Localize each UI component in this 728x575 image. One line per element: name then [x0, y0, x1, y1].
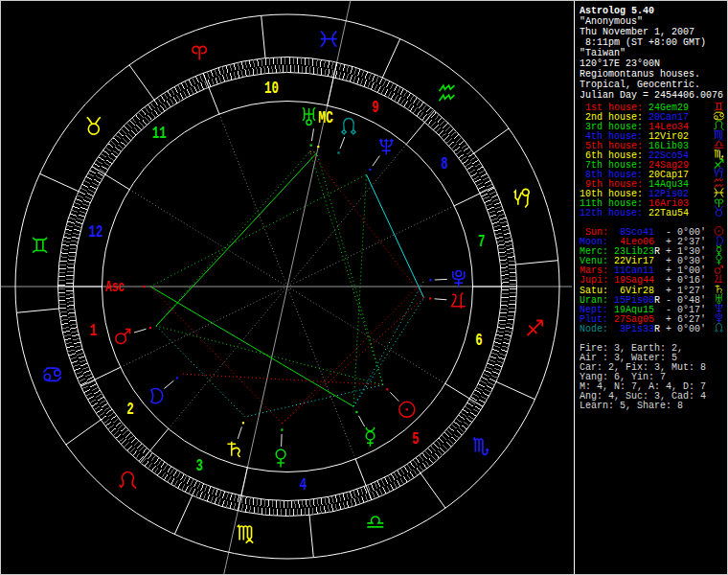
svg-text:3: 3 — [195, 455, 203, 475]
svg-text:10: 10 — [264, 78, 279, 98]
svg-text:Thu November 1, 2007: Thu November 1, 2007 — [580, 27, 694, 37]
svg-text:Jupi:: Jupi: — [580, 275, 608, 286]
svg-text:8:11pm (ST +8:00 GMT): 8:11pm (ST +8:00 GMT) — [580, 37, 706, 48]
svg-text:12th house:: 12th house: — [580, 208, 643, 218]
svg-text:8: 8 — [441, 154, 448, 174]
svg-text:+ 0°00': + 0°00' — [666, 324, 706, 334]
svg-text:Node:: Node: — [580, 324, 608, 334]
svg-text:6: 6 — [475, 331, 483, 351]
svg-text:22Tau54: 22Tau54 — [648, 208, 689, 218]
svg-text:19Sag44: 19Sag44 — [614, 275, 654, 286]
svg-text:5: 5 — [412, 429, 420, 449]
svg-text:R: R — [654, 324, 660, 334]
svg-text:+ 0°16': + 0°16' — [666, 275, 706, 286]
svg-text:R: R — [654, 246, 660, 257]
svg-text:9: 9 — [372, 98, 379, 118]
svg-text:3Pis33: 3Pis33 — [614, 324, 654, 334]
svg-text:Julian Day = 2454406.0076: Julian Day = 2454406.0076 — [580, 90, 723, 101]
svg-text:1: 1 — [89, 321, 97, 341]
svg-text:"Taiwan": "Taiwan" — [580, 48, 626, 58]
svg-text:12: 12 — [88, 222, 102, 242]
svg-text:MC: MC — [318, 109, 333, 129]
svg-text:2: 2 — [126, 399, 134, 419]
svg-text:R: R — [654, 295, 660, 306]
svg-text:"Anonymous": "Anonymous" — [580, 16, 643, 27]
svg-text:7: 7 — [478, 232, 486, 252]
svg-text:120°17E 23°00N: 120°17E 23°00N — [580, 58, 660, 69]
svg-text:Learn: 5, Share: 8: Learn: 5, Share: 8 — [580, 401, 683, 411]
svg-text:4: 4 — [300, 475, 307, 495]
svg-text:Tropical, Geocentric.: Tropical, Geocentric. — [580, 80, 700, 90]
svg-text:11: 11 — [152, 124, 167, 144]
svg-text:Asc: Asc — [105, 278, 125, 296]
svg-text:Regiomontanus houses.: Regiomontanus houses. — [580, 69, 700, 80]
svg-text:Astrolog 5.40: Astrolog 5.40 — [580, 6, 654, 16]
